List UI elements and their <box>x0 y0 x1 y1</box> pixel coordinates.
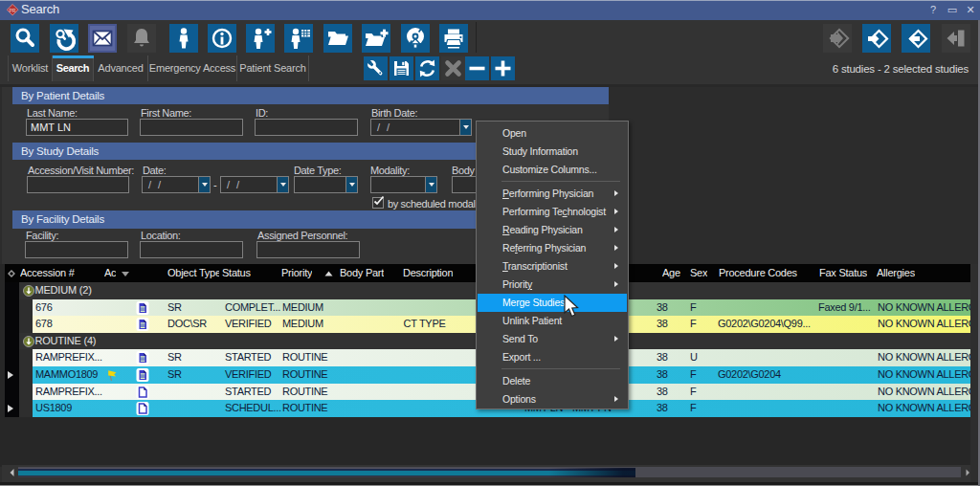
svg-text:PR: PR <box>10 8 16 13</box>
